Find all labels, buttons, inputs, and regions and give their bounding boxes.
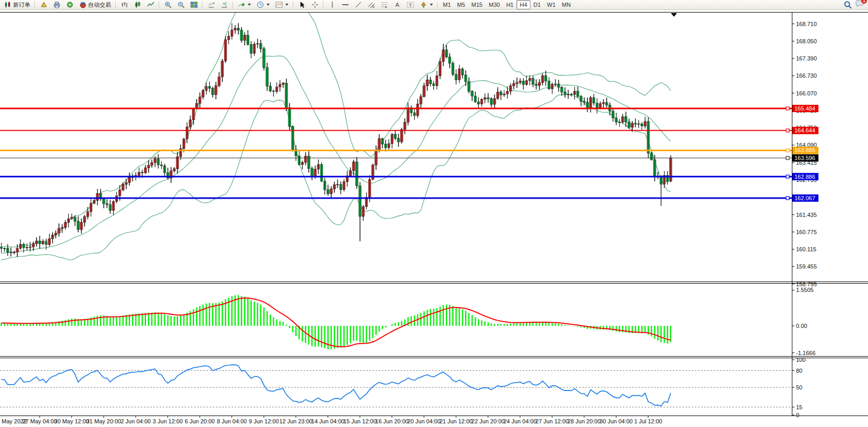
svg-text:165.484: 165.484 (794, 105, 815, 112)
svg-text:12 Jun 23:00: 12 Jun 23:00 (279, 418, 312, 424)
svg-text:16 Jun 20:00: 16 Jun 20:00 (376, 418, 409, 424)
svg-text:30 Jun 04:00: 30 Jun 04:00 (599, 418, 633, 424)
svg-text:2 Jun 04:00: 2 Jun 04:00 (120, 418, 151, 424)
svg-text:6 Jun 20:00: 6 Jun 20:00 (185, 418, 215, 424)
svg-text:8 Jun 04:00: 8 Jun 04:00 (217, 418, 247, 424)
price-tag-162.067: 162.067 (792, 194, 818, 202)
svg-text:27 Jun 12:00: 27 Jun 12:00 (536, 418, 569, 424)
price-tag-162.886: 162.886 (792, 173, 818, 180)
svg-text:162.886: 162.886 (794, 174, 815, 180)
line-handle[interactable] (786, 156, 789, 160)
svg-text:30 May 12:00: 30 May 12:00 (54, 418, 89, 424)
svg-text:21 Jun 12:00: 21 Jun 12:00 (439, 418, 473, 424)
chart-canvas: 168.710168.050167.390166.730166.070165.4… (0, 0, 868, 427)
main-chart-panel[interactable] (0, 13, 792, 282)
svg-text:158.795: 158.795 (796, 281, 817, 287)
svg-text:15: 15 (796, 404, 802, 410)
svg-text:50: 50 (796, 384, 802, 391)
svg-text:31 May 20:00: 31 May 20:00 (86, 418, 121, 424)
price-tag-163.885: 163.885 (792, 147, 818, 154)
svg-text:27 May 04:00: 27 May 04:00 (22, 418, 57, 424)
svg-text:159.455: 159.455 (796, 263, 817, 270)
svg-text:1 Jul 12:00: 1 Jul 12:00 (634, 418, 662, 424)
line-handle[interactable] (786, 149, 789, 152)
line-handle[interactable] (786, 175, 789, 178)
price-tag-164.644: 164.644 (792, 127, 818, 134)
svg-text:162.067: 162.067 (794, 195, 815, 201)
line-handle[interactable] (786, 107, 789, 110)
line-handle[interactable] (786, 197, 789, 200)
svg-text:80: 80 (796, 368, 802, 374)
mt4-window: { "toolbar": { "new_order_label": "新订单",… (0, 0, 868, 427)
price-tag-165.484: 165.484 (792, 105, 818, 112)
svg-text:160.775: 160.775 (796, 229, 817, 235)
svg-text:0.00: 0.00 (796, 323, 807, 329)
line-handle[interactable] (786, 129, 789, 132)
svg-text:163.885: 163.885 (794, 147, 815, 153)
time-axis[interactable]: May 202227 May 04:0030 May 12:0031 May 2… (2, 416, 662, 424)
svg-text:14 Jun 04:00: 14 Jun 04:00 (311, 418, 345, 424)
svg-text:24 Jun 04:00: 24 Jun 04:00 (503, 418, 537, 424)
svg-text:20 Jun 04:00: 20 Jun 04:00 (407, 418, 441, 424)
svg-text:-1.1666: -1.1666 (796, 350, 815, 356)
svg-text:100: 100 (796, 357, 805, 363)
svg-text:28 Jun 20:00: 28 Jun 20:00 (568, 418, 601, 424)
svg-text:0: 0 (796, 412, 799, 418)
svg-text:166.070: 166.070 (796, 90, 817, 96)
svg-text:9 Jun 12:00: 9 Jun 12:00 (249, 418, 279, 424)
svg-text:164.644: 164.644 (794, 127, 815, 133)
svg-text:167.390: 167.390 (796, 55, 817, 62)
svg-text:3 Jun 12:00: 3 Jun 12:00 (153, 418, 183, 424)
price-tag-163.596: 163.596 (792, 154, 818, 162)
macd-panel[interactable] (0, 284, 792, 356)
svg-text:168.050: 168.050 (796, 38, 817, 44)
macd-axis[interactable]: 1.55050.00-1.1666 (792, 287, 815, 356)
svg-text:22 Jun 20:00: 22 Jun 20:00 (472, 418, 505, 424)
svg-text:163.596: 163.596 (794, 155, 815, 161)
svg-text:166.730: 166.730 (796, 72, 817, 79)
svg-text:160.115: 160.115 (796, 246, 816, 252)
rsi-axis[interactable]: 1008050150 (792, 357, 805, 418)
svg-text:15 Jun 12:00: 15 Jun 12:00 (343, 418, 377, 424)
svg-text:1.5505: 1.5505 (796, 287, 814, 293)
svg-text:161.435: 161.435 (796, 212, 817, 218)
price-axis[interactable]: 168.710168.050167.390166.730166.070165.4… (792, 21, 818, 287)
svg-text:168.710: 168.710 (796, 21, 817, 27)
